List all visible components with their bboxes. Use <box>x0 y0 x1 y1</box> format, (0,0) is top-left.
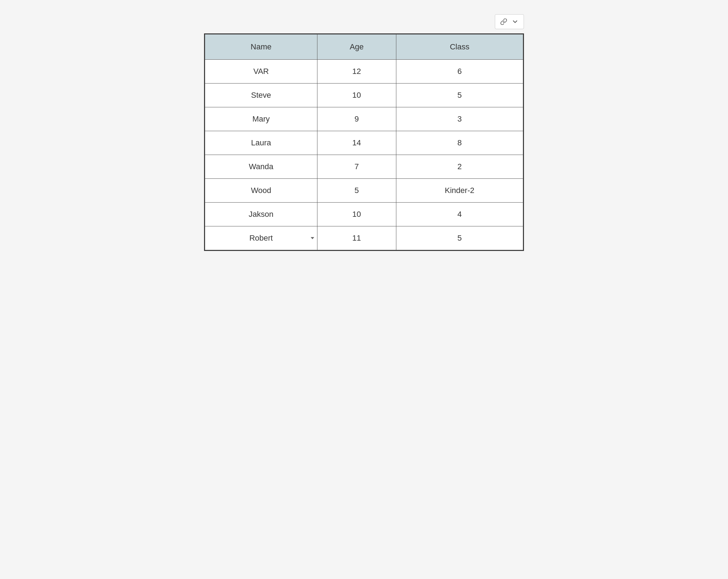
page-container: Name Age Class VAR126Steve105Mary93Laura… <box>204 14 524 251</box>
cell-class: 2 <box>396 155 523 179</box>
cell-class: 5 <box>396 84 523 107</box>
cell-age: 10 <box>317 203 396 226</box>
cell-age: 9 <box>317 107 396 131</box>
table-row: Mary93 <box>205 107 523 131</box>
table-row: Wanda72 <box>205 155 523 179</box>
cell-class: 8 <box>396 131 523 155</box>
cell-class: Kinder-2 <box>396 179 523 203</box>
table-row: Laura148 <box>205 131 523 155</box>
header-row: Name Age Class <box>205 34 523 60</box>
table-header: Name Age Class <box>205 34 523 60</box>
header-name: Name <box>205 34 317 60</box>
table-body: VAR126Steve105Mary93Laura148Wanda72Wood5… <box>205 60 523 250</box>
toolbar <box>495 14 524 29</box>
cell-class: 5 <box>396 226 523 250</box>
cell-name: Wanda <box>205 155 317 179</box>
cell-age: 5 <box>317 179 396 203</box>
table-row: Wood5Kinder-2 <box>205 179 523 203</box>
cell-age: 14 <box>317 131 396 155</box>
cell-age: 10 <box>317 84 396 107</box>
data-table: Name Age Class VAR126Steve105Mary93Laura… <box>205 34 523 250</box>
table-row: Jakson104 <box>205 203 523 226</box>
cell-class: 3 <box>396 107 523 131</box>
cell-name: Wood <box>205 179 317 203</box>
cell-name: Robert <box>205 226 317 250</box>
cell-age: 7 <box>317 155 396 179</box>
cell-class: 6 <box>396 60 523 84</box>
chevron-down-icon <box>512 18 519 25</box>
cell-name: Mary <box>205 107 317 131</box>
header-age: Age <box>317 34 396 60</box>
link-button[interactable] <box>499 17 509 27</box>
link-icon <box>500 18 507 25</box>
dropdown-indicator-icon[interactable] <box>311 237 314 239</box>
table-row: Steve105 <box>205 84 523 107</box>
cell-name: VAR <box>205 60 317 84</box>
table-row: Robert115 <box>205 226 523 250</box>
cell-name: Laura <box>205 131 317 155</box>
table-row: VAR126 <box>205 60 523 84</box>
table-wrapper: Name Age Class VAR126Steve105Mary93Laura… <box>204 33 524 251</box>
cell-name: Jakson <box>205 203 317 226</box>
cell-age: 12 <box>317 60 396 84</box>
cell-age: 11 <box>317 226 396 250</box>
chevron-down-button[interactable] <box>510 17 520 27</box>
cell-name: Steve <box>205 84 317 107</box>
header-class: Class <box>396 34 523 60</box>
cell-class: 4 <box>396 203 523 226</box>
